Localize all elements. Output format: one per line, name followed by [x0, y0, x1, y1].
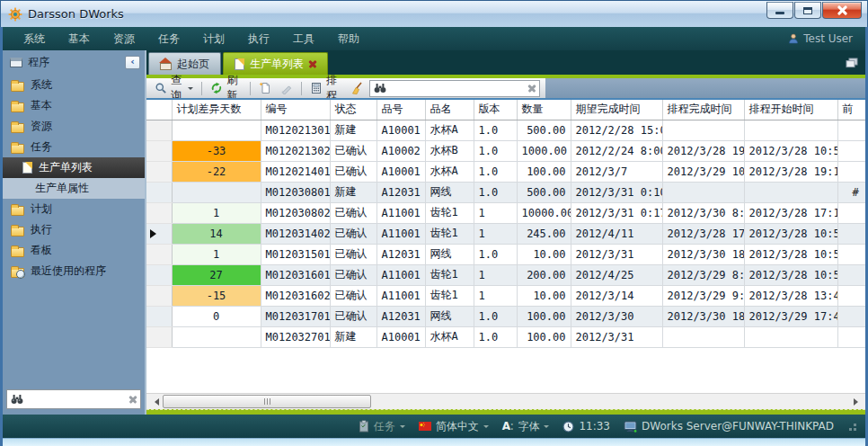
- cell-sched_start[interactable]: 2012/3/28 10:52: [744, 244, 837, 264]
- cell-expect[interactable]: 2012/3/31: [571, 326, 662, 347]
- cell-extra[interactable]: #: [837, 182, 865, 202]
- cell-no[interactable]: M012030802: [261, 202, 330, 223]
- cell-qty[interactable]: 1000.00: [517, 140, 571, 161]
- scrollbar-thumb[interactable]: [163, 395, 371, 408]
- cell-version[interactable]: 1: [474, 223, 517, 244]
- cell-sched_end[interactable]: [662, 182, 744, 202]
- tab-close-icon[interactable]: [309, 60, 316, 67]
- column-header-expect[interactable]: 期望完成时间: [571, 100, 662, 120]
- cell-qty[interactable]: 200.00: [517, 264, 571, 285]
- menu-item-2[interactable]: 资源: [102, 27, 146, 50]
- toolbar-search-input[interactable]: [390, 82, 525, 94]
- cell-sched_end[interactable]: 2012/3/29 10:20: [662, 161, 744, 182]
- menu-item-6[interactable]: 工具: [281, 27, 326, 50]
- sidebar-item-3[interactable]: 任务: [3, 137, 145, 157]
- cell-expect[interactable]: 2012/3/31 0:17: [571, 202, 662, 223]
- cell-diff[interactable]: [172, 120, 261, 140]
- row-indicator[interactable]: [146, 202, 172, 223]
- row-indicator[interactable]: [146, 223, 172, 244]
- cell-item_no[interactable]: A12031: [376, 182, 425, 202]
- cell-item_name[interactable]: 水杯B: [425, 140, 474, 161]
- refresh-button[interactable]: 刷新: [208, 79, 244, 97]
- cell-item_name[interactable]: 网线: [425, 182, 474, 202]
- cell-extra[interactable]: [837, 161, 865, 182]
- cell-status[interactable]: 已确认: [330, 161, 376, 182]
- row-indicator[interactable]: [146, 120, 172, 140]
- cell-sched_start[interactable]: 2012/3/28 13:40: [744, 285, 837, 306]
- cell-item_name[interactable]: 网线: [425, 306, 474, 326]
- cell-diff[interactable]: -33: [172, 140, 261, 161]
- cell-item_no[interactable]: A10001: [376, 326, 425, 347]
- column-header-item_name[interactable]: 品名: [425, 100, 474, 120]
- cell-item_name[interactable]: 水杯A: [425, 120, 474, 140]
- cell-item_no[interactable]: A10001: [376, 120, 425, 140]
- cell-extra[interactable]: [837, 223, 865, 244]
- sidebar-item-2[interactable]: 资源: [3, 116, 145, 137]
- sidebar-item-6[interactable]: 计划: [3, 199, 145, 219]
- clean-button[interactable]: [348, 79, 366, 97]
- cell-sched_end[interactable]: 2012/3/30 18:00: [662, 244, 744, 264]
- cell-sched_start[interactable]: 2012/3/28 10:52: [744, 223, 837, 244]
- cell-extra[interactable]: [837, 285, 865, 306]
- cell-item_no[interactable]: A11001: [376, 264, 425, 285]
- column-header-diff[interactable]: 计划差异天数: [172, 100, 261, 120]
- cell-sched_end[interactable]: [662, 120, 744, 140]
- cell-expect[interactable]: 2012/3/14: [571, 285, 662, 306]
- cell-expect[interactable]: 2012/3/30: [571, 306, 662, 326]
- cell-no[interactable]: M012031602: [261, 285, 330, 306]
- cell-item_no[interactable]: A12031: [376, 306, 425, 326]
- column-header-qty[interactable]: 数量: [517, 100, 571, 120]
- cell-item_name[interactable]: 齿轮1: [425, 223, 474, 244]
- column-header-extra[interactable]: 前: [837, 100, 865, 120]
- cell-sched_start[interactable]: 2012/3/28 19:10: [744, 161, 837, 182]
- task-status-item[interactable]: 任务: [359, 419, 405, 434]
- cell-qty[interactable]: 10000.00: [517, 202, 571, 223]
- sidebar-collapse-button[interactable]: ‹: [125, 56, 140, 69]
- cell-item_no[interactable]: A10002: [376, 140, 425, 161]
- column-header-version[interactable]: 版本: [474, 100, 517, 120]
- user-indicator[interactable]: Test User: [788, 32, 856, 45]
- cell-no[interactable]: M012031701: [261, 306, 330, 326]
- cell-extra[interactable]: [837, 326, 865, 347]
- cell-item_name[interactable]: 水杯A: [425, 326, 474, 347]
- grid-row-7[interactable]: 27M012031601已确认A11001齿轮11200.002012/4/25…: [146, 264, 865, 285]
- sidebar-item-4[interactable]: 生产单列表: [3, 157, 145, 178]
- cell-no[interactable]: M012030801: [261, 182, 330, 202]
- cell-status[interactable]: 新建: [330, 182, 376, 202]
- cell-sched_start[interactable]: 2012/3/28 10:52: [744, 264, 837, 285]
- cell-version[interactable]: 1: [474, 264, 517, 285]
- cell-status[interactable]: 已确认: [330, 285, 376, 306]
- cell-qty[interactable]: 100.00: [517, 326, 571, 347]
- cell-item_name[interactable]: 齿轮1: [425, 202, 474, 223]
- cell-item_no[interactable]: A11001: [376, 223, 425, 244]
- row-indicator[interactable]: [146, 161, 172, 182]
- sidebar-search-clear-icon[interactable]: [129, 396, 137, 403]
- cell-diff[interactable]: -15: [172, 285, 261, 306]
- sidebar-item-1[interactable]: 基本: [3, 95, 145, 116]
- column-header-sched_start[interactable]: 排程开始时间: [744, 100, 837, 120]
- column-header-no[interactable]: 编号: [261, 100, 330, 120]
- menu-item-3[interactable]: 任务: [146, 27, 191, 50]
- cell-status[interactable]: 已确认: [330, 264, 376, 285]
- menu-item-7[interactable]: 帮助: [326, 27, 371, 50]
- cell-status[interactable]: 已确认: [330, 244, 376, 264]
- sidebar-item-8[interactable]: 看板: [3, 240, 145, 261]
- cell-diff[interactable]: [172, 182, 261, 202]
- cell-expect[interactable]: 2012/2/24 8:00: [571, 140, 662, 161]
- cell-diff[interactable]: [172, 326, 261, 347]
- font-status-item[interactable]: A⁚ 字体: [502, 419, 550, 434]
- column-header-sched_end[interactable]: 排程完成时间: [662, 100, 744, 120]
- cell-extra[interactable]: [837, 120, 865, 140]
- cell-no[interactable]: M012021401: [261, 161, 330, 182]
- cell-status[interactable]: 新建: [330, 326, 376, 347]
- grid-row-4[interactable]: 1M012030802已确认A11001齿轮1110000.002012/3/3…: [146, 202, 865, 223]
- cell-no[interactable]: M012021302: [261, 140, 330, 161]
- maximize-button[interactable]: [794, 2, 821, 19]
- cell-item_name[interactable]: 齿轮1: [425, 285, 474, 306]
- cell-version[interactable]: 1.0: [474, 140, 517, 161]
- grid-row-3[interactable]: M012030801新建A12031网线1.0500.002012/3/31 0…: [146, 182, 865, 202]
- cell-version[interactable]: 1: [474, 202, 517, 223]
- cell-qty[interactable]: 100.00: [517, 161, 571, 182]
- grid-row-10[interactable]: M012032701新建A10001水杯A1.0100.002012/3/31: [146, 326, 865, 347]
- sidebar-item-5[interactable]: 生产单属性: [3, 178, 145, 199]
